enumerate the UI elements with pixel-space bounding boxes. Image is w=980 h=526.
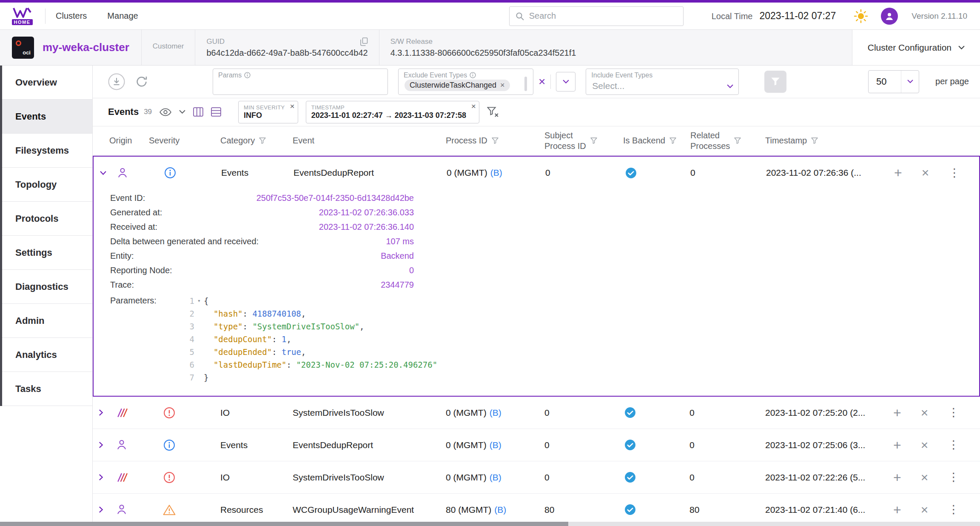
dismiss-event-icon[interactable]: × [921,471,929,484]
exclude-dropdown-button[interactable] [556,72,575,91]
search-box[interactable] [509,6,684,26]
page-size-value: 50 [869,76,901,87]
export-events-icon[interactable] [108,73,125,90]
error-severity-icon [144,472,195,483]
excluded-type-chip[interactable]: ClusterwideTaskChanged × [405,80,510,91]
row-menu-icon[interactable]: ⋮ [948,504,959,515]
filter-chip-timestamp[interactable]: × TIMESTAMP 2023-11-01 02:27:47 → 2023-1… [306,101,479,123]
table-row[interactable]: Resources WCGroupUsageWarningEvent 80 (M… [93,494,980,526]
sidebar-item-overview[interactable]: Overview [0,66,92,100]
backend-tag[interactable]: (B) [490,440,501,450]
remove-filter-icon[interactable]: × [471,102,476,111]
row-menu-icon[interactable]: ⋮ [949,167,960,179]
chevron-down-icon[interactable] [901,71,919,93]
row-menu-icon[interactable]: ⋮ [948,472,959,483]
horizontal-scrollbar[interactable] [0,522,980,526]
cluster-identity: oci my-weka-cluster [0,30,141,65]
local-time-label: Local Time [712,11,753,21]
row-menu-icon[interactable]: ⋮ [948,407,959,418]
theme-toggle-sun-icon[interactable] [854,9,868,23]
collapse-caret-icon[interactable]: ▾ [194,294,204,307]
sidebar-item-tasks[interactable]: Tasks [0,372,92,406]
backend-tag[interactable]: (B) [494,505,506,515]
column-filter-icon[interactable] [734,137,741,144]
dismiss-event-icon[interactable]: × [921,439,929,452]
add-filter-icon[interactable]: + [893,406,901,420]
sidebar-item-admin[interactable]: Admin [0,304,92,338]
column-header-related-processes[interactable]: Related Processes [678,130,750,152]
row-expander-icon[interactable] [93,409,117,416]
scrollbar-thumb[interactable] [0,522,568,526]
events-dropdown-chevron-icon[interactable] [179,110,185,114]
sidebar-item-filesystems[interactable]: Filesystems [0,134,92,168]
collapse-caret-icon [194,320,204,333]
column-header-is-backend[interactable]: Is Backend [614,135,678,146]
sidebar-item-diagnostics[interactable]: Diagnostics [0,270,92,304]
column-filter-icon[interactable] [492,137,499,144]
add-filter-icon[interactable]: + [894,166,902,180]
backend-tag[interactable]: (B) [490,168,502,178]
weka-home-logo[interactable]: HOME [9,7,35,25]
dismiss-event-icon[interactable]: × [922,166,929,179]
refresh-icon[interactable] [135,75,148,88]
search-input[interactable] [529,11,677,21]
sidebar-item-topology[interactable]: Topology [0,168,92,202]
filter-chip-min-severity[interactable]: × MIN SEVERITY INFO [238,101,298,123]
column-filter-icon[interactable] [811,137,818,144]
row-expander-icon[interactable] [94,171,117,175]
sidebar-item-events[interactable]: Events [0,100,92,134]
backend-tag[interactable]: (B) [490,408,501,418]
remove-filter-icon[interactable]: × [290,102,295,111]
add-filter-icon[interactable]: + [893,503,901,517]
add-filter-icon[interactable]: + [893,438,901,452]
sidebar-item-protocols[interactable]: Protocols [0,202,92,236]
user-avatar[interactable] [881,8,898,25]
column-header-subject-process-id[interactable]: Subject Process ID [533,130,614,152]
table-row[interactable]: Events EventsDedupReport 0 (MGMT) (B) 0 … [94,157,979,189]
clear-filters-icon[interactable] [487,107,499,117]
dismiss-event-icon[interactable]: × [921,503,929,516]
table-row[interactable]: IO SystemDriveIsTooSlow 0 (MGMT) (B) 0 0… [93,461,980,494]
include-dropdown-chevron-icon[interactable] [727,84,733,89]
sidebar-item-settings[interactable]: Settings [0,236,92,270]
copy-icon[interactable] [360,37,368,46]
add-filter-icon[interactable]: + [893,471,901,484]
visibility-icon[interactable] [160,108,171,116]
dismiss-event-icon[interactable]: × [921,406,929,419]
remove-chip-icon[interactable]: × [500,81,505,90]
exclude-event-types-field[interactable]: Exclude Event Types ClusterwideTaskChang… [398,69,533,95]
include-event-types-field[interactable]: Include Event Types Select... [586,69,739,95]
column-header-timestamp[interactable]: Timestamp [750,135,884,146]
table-settings-icon[interactable] [193,107,203,117]
cell-subject-process-id: 80 [533,505,614,515]
process-id-value: 0 (MGMT) [446,472,487,483]
apply-filter-button[interactable] [764,71,786,93]
nav-item-manage[interactable]: Manage [107,11,138,21]
page-size-select[interactable]: 50 [868,70,919,93]
row-expander-icon[interactable] [93,474,117,481]
sidebar-item-analytics[interactable]: Analytics [0,338,92,372]
column-filter-icon[interactable] [669,137,676,144]
column-header-category[interactable]: Category [195,135,280,146]
row-expander-icon[interactable] [93,506,117,513]
cell-process-id: 0 (MGMT) (B) [433,440,533,450]
column-settings-icon[interactable] [211,107,221,117]
column-filter-icon[interactable] [259,137,266,144]
table-row[interactable]: IO SystemDriveIsTooSlow 0 (MGMT) (B) 0 0… [93,397,980,429]
is-backend-check-icon [614,472,678,483]
cell-category: IO [195,408,280,418]
column-filter-icon[interactable] [590,137,597,144]
clear-exclude-icon[interactable]: × [538,76,545,88]
scrollbar-thumb[interactable] [524,77,527,91]
nav-item-clusters[interactable]: Clusters [56,11,87,21]
json-code-line: 2 "hash": 4188740108, [182,307,437,320]
row-expander-icon[interactable] [93,441,117,449]
column-header-process-id[interactable]: Process ID [433,135,533,146]
row-menu-icon[interactable]: ⋮ [948,439,959,451]
cluster-configuration-button[interactable]: Cluster Configuration [852,30,980,65]
table-row[interactable]: Events EventsDedupReport 0 (MGMT) (B) 0 … [93,429,980,461]
sidebar-item-label: Topology [15,179,57,190]
chevron-down-icon [563,80,569,84]
params-field[interactable]: Params [213,69,388,95]
backend-tag[interactable]: (B) [490,472,501,483]
